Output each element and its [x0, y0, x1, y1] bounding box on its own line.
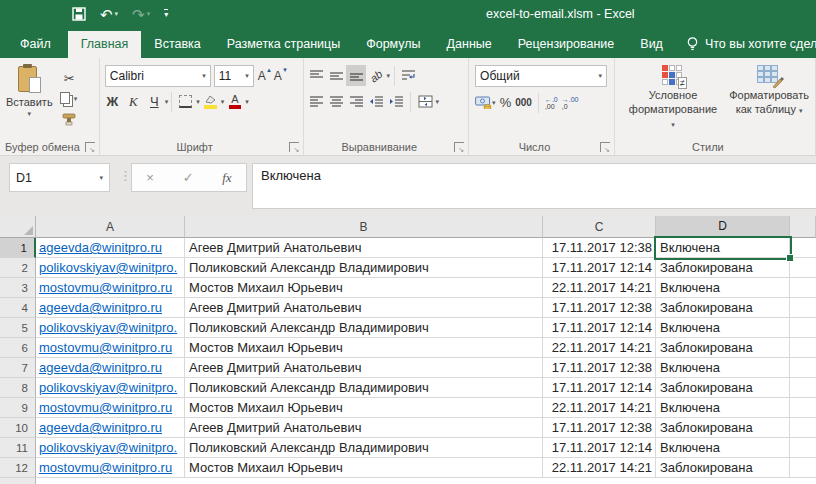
- borders-button[interactable]: [175, 91, 196, 112]
- cell[interactable]: [790, 458, 816, 478]
- tab-insert[interactable]: Вставка: [141, 31, 213, 58]
- email-link[interactable]: ageevda@winitpro.ru: [39, 240, 162, 255]
- cell[interactable]: [790, 418, 816, 438]
- increase-indent-button[interactable]: [386, 91, 406, 112]
- row-header[interactable]: 6: [0, 338, 36, 358]
- cell[interactable]: Поликовский Александр Владимирович: [185, 378, 543, 398]
- customize-qat-icon[interactable]: ▾: [164, 9, 168, 19]
- cell[interactable]: 17.11.2017 12:14: [543, 318, 656, 338]
- row-header[interactable]: 8: [0, 378, 36, 398]
- cell[interactable]: 22.11.2017 14:21: [543, 338, 656, 358]
- row-header[interactable]: 9: [0, 398, 36, 418]
- cell[interactable]: Включена: [656, 358, 790, 378]
- cell[interactable]: 17.11.2017 12:38: [543, 238, 656, 258]
- cell[interactable]: Включена: [656, 438, 790, 458]
- undo-button[interactable]: ↶ ▾: [100, 7, 118, 22]
- chevron-down-icon[interactable]: ▾: [165, 98, 169, 106]
- merge-center-button[interactable]: [415, 91, 435, 112]
- cell[interactable]: mostovmu@winitpro.ru: [36, 458, 185, 478]
- cell[interactable]: Мостов Михаил Юрьевич: [185, 338, 543, 358]
- cell[interactable]: Агеев Дмитрий Анатольевич: [185, 358, 543, 378]
- accounting-format-button[interactable]: ▾: [475, 96, 496, 109]
- cell[interactable]: Мостов Михаил Юрьевич: [185, 458, 543, 478]
- email-link[interactable]: ageevda@winitpro.ru: [39, 300, 162, 315]
- chevron-down-icon[interactable]: ▾: [245, 98, 249, 106]
- tab-formulas[interactable]: Формулы: [353, 31, 433, 58]
- cell[interactable]: Мостов Михаил Юрьевич: [185, 278, 543, 298]
- cell[interactable]: [790, 238, 816, 258]
- cell[interactable]: Мостов Михаил Юрьевич: [185, 398, 543, 418]
- column-header-b[interactable]: B: [185, 216, 543, 238]
- dialog-launcher-icon[interactable]: [85, 142, 95, 152]
- cell[interactable]: mostovmu@winitpro.ru: [36, 278, 185, 298]
- tell-me-box[interactable]: Что вы хотите сделать: [682, 30, 816, 58]
- email-link[interactable]: polikovskiyav@winitpro.: [39, 440, 177, 455]
- cell[interactable]: Заблокирована: [656, 298, 790, 318]
- column-header-c[interactable]: C: [543, 216, 656, 238]
- cell[interactable]: 17.11.2017 12:38: [543, 418, 656, 438]
- cell[interactable]: Заблокирована: [656, 378, 790, 398]
- conditional-formatting-button[interactable]: ≠ Условное форматирование ▾: [625, 62, 721, 139]
- font-color-button[interactable]: А: [224, 91, 245, 112]
- tab-data[interactable]: Данные: [434, 31, 505, 58]
- align-center-button[interactable]: [326, 91, 346, 112]
- format-as-table-button[interactable]: Форматировать как таблицу ▾: [725, 62, 813, 139]
- row-header[interactable]: 5: [0, 318, 36, 338]
- cell[interactable]: mostovmu@winitpro.ru: [36, 398, 185, 418]
- row-header[interactable]: 3: [0, 278, 36, 298]
- email-link[interactable]: mostovmu@winitpro.ru: [39, 340, 172, 355]
- tab-page-layout[interactable]: Разметка страницы: [214, 31, 353, 58]
- align-left-button[interactable]: [306, 91, 326, 112]
- cell[interactable]: 22.11.2017 14:21: [543, 398, 656, 418]
- paste-button[interactable]: Вставить ▾: [2, 62, 57, 139]
- bold-button[interactable]: Ж: [102, 91, 123, 112]
- dialog-launcher-icon[interactable]: [289, 142, 299, 152]
- cell[interactable]: Поликовский Александр Владимирович: [185, 318, 543, 338]
- decrease-indent-button[interactable]: [366, 91, 386, 112]
- cut-icon[interactable]: ✂: [59, 68, 80, 89]
- decrease-decimal-button[interactable]: →.00 ,0: [562, 96, 579, 110]
- cell[interactable]: Агеев Дмитрий Анатольевич: [185, 418, 543, 438]
- email-link[interactable]: mostovmu@winitpro.ru: [39, 400, 172, 415]
- row-header[interactable]: 10: [0, 418, 36, 438]
- italic-button[interactable]: К: [123, 91, 144, 112]
- email-link[interactable]: polikovskiyav@winitpro.: [39, 380, 177, 395]
- cell[interactable]: Поликовский Александр Владимирович: [185, 438, 543, 458]
- cell[interactable]: Включена: [656, 398, 790, 418]
- active-cell[interactable]: Включена: [656, 238, 790, 258]
- cell[interactable]: Заблокирована: [656, 418, 790, 438]
- cell[interactable]: polikovskiyav@winitpro.: [36, 318, 185, 338]
- cell[interactable]: [790, 438, 816, 458]
- row-header[interactable]: 1: [0, 238, 36, 258]
- cell[interactable]: [790, 338, 816, 358]
- row-header[interactable]: 7: [0, 358, 36, 378]
- cell[interactable]: [790, 358, 816, 378]
- cell[interactable]: [790, 318, 816, 338]
- enter-icon[interactable]: ✓: [183, 170, 194, 185]
- tab-review[interactable]: Рецензирование: [505, 31, 628, 58]
- email-link[interactable]: ageevda@winitpro.ru: [39, 360, 162, 375]
- cell[interactable]: [790, 398, 816, 418]
- column-header-d[interactable]: D: [656, 216, 790, 238]
- increase-decimal-button[interactable]: ←.0 ,00: [545, 96, 558, 110]
- cell[interactable]: polikovskiyav@winitpro.: [36, 258, 185, 278]
- email-link[interactable]: ageevda@winitpro.ru: [39, 420, 162, 435]
- font-name-combo[interactable]: Calibri ▾: [105, 65, 211, 87]
- copy-button[interactable]: ▾: [59, 91, 80, 107]
- email-link[interactable]: mostovmu@winitpro.ru: [39, 280, 172, 295]
- cell[interactable]: polikovskiyav@winitpro.: [36, 378, 185, 398]
- cell[interactable]: 17.11.2017 12:38: [543, 298, 656, 318]
- chevron-down-icon[interactable]: ▾: [435, 98, 439, 106]
- cell[interactable]: [790, 258, 816, 278]
- insert-function-icon[interactable]: fx: [222, 170, 231, 186]
- grow-font-button[interactable]: А▲: [258, 69, 272, 83]
- cell[interactable]: ageevda@winitpro.ru: [36, 358, 185, 378]
- cell[interactable]: polikovskiyav@winitpro.: [36, 438, 185, 458]
- email-link[interactable]: mostovmu@winitpro.ru: [39, 460, 172, 475]
- email-link[interactable]: polikovskiyav@winitpro.: [39, 260, 177, 275]
- redo-button[interactable]: ↷ ▾: [132, 7, 150, 22]
- cell[interactable]: Агеев Дмитрий Анатольевич: [185, 298, 543, 318]
- underline-button[interactable]: Ч: [144, 91, 165, 112]
- cell[interactable]: Заблокирована: [656, 258, 790, 278]
- name-box[interactable]: D1 ▾: [9, 163, 110, 192]
